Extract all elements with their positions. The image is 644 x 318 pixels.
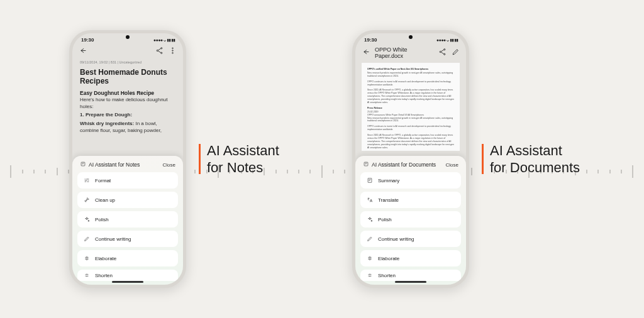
action-shorten[interactable]: Shorten [77,270,178,281]
ai-sheet-docs: AI Assistant for Documents Close Summary… [355,156,466,285]
action-label: Shorten [378,273,396,278]
action-label: Clean up [95,197,115,203]
action-summary[interactable]: Summary [360,172,461,189]
docs-screen: 19:30 ●●●● ⌵ ▮▮▮▮ OPPO White Paper.docx … [355,33,466,285]
action-label: Continue writing [378,236,414,242]
action-format[interactable]: Format [77,172,178,189]
expand-icon [367,255,373,261]
sheet-close-button[interactable]: Close [446,162,458,168]
home-indicator[interactable] [112,281,143,283]
caption-accent-bar [199,144,201,174]
action-polish[interactable]: Polish [360,211,461,228]
format-icon [84,177,90,184]
action-label: Elaborate [378,256,399,261]
docs-stage: 19:30 ●●●● ⌵ ▮▮▮▮ OPPO White Paper.docx … [352,30,644,288]
summary-icon [367,177,373,184]
sparkle-icon [363,161,369,168]
caption-line2: for Documents [490,159,580,177]
sheet-action-list: Format Clean up Polish Continue writing [77,172,178,281]
sheet-action-list: Summary Translate Polish Continue writin… [360,172,461,281]
sheet-header: AI Assistant for Documents Close [360,161,461,172]
action-shorten[interactable]: Shorten [360,270,461,281]
action-polish[interactable]: Polish [77,211,178,228]
broom-icon [84,197,90,203]
sparkles-icon [84,216,90,222]
action-label: Continue writing [95,236,131,242]
action-label: Polish [378,217,392,222]
action-continue[interactable]: Continue writing [77,231,178,247]
caption-notes: AI Assistant for Notes [199,142,279,177]
action-translate[interactable]: Translate [360,192,461,208]
translate-icon [367,197,373,203]
action-continue[interactable]: Continue writing [360,231,461,247]
collapse-icon [367,272,373,278]
pen-icon [367,236,373,242]
camera-notch [126,35,130,39]
action-label: Elaborate [95,256,116,261]
sheet-title: AI Assistant for Documents [372,162,436,168]
caption-accent-bar [482,144,484,174]
caption-docs: AI Assistant for Documents [482,142,580,177]
sheet-title: AI Assistant for Notes [89,162,140,168]
pen-icon [84,236,90,242]
notes-screen: 19:30 ●●●● ⌵ ▮▮▮▮ 09/11/2024, 19:02 | 83… [72,33,183,285]
action-label: Summary [378,178,399,184]
action-elaborate[interactable]: Elaborate [77,250,178,266]
notes-stage: 19:30 ●●●● ⌵ ▮▮▮▮ 09/11/2024, 19:02 | 83… [69,30,390,288]
action-cleanup[interactable]: Clean up [77,192,178,208]
action-label: Format [95,178,111,184]
action-label: Shorten [95,273,113,278]
sparkle-icon [80,161,86,168]
phone-mockup-notes: 19:30 ●●●● ⌵ ▮▮▮▮ 09/11/2024, 19:02 | 83… [69,30,186,288]
action-label: Translate [378,197,399,203]
sheet-header: AI Assistant for Notes Close [77,161,178,172]
action-elaborate[interactable]: Elaborate [360,250,461,266]
ai-sheet-notes: AI Assistant for Notes Close Format Clea… [72,156,183,285]
sparkles-icon [367,216,373,222]
phone-mockup-docs: 19:30 ●●●● ⌵ ▮▮▮▮ OPPO White Paper.docx … [352,30,469,288]
sheet-close-button[interactable]: Close [163,162,175,168]
svg-rect-11 [368,178,372,183]
collapse-icon [84,272,90,278]
expand-icon [84,255,90,261]
caption-line1: AI Assistant [207,142,279,160]
caption-line2: for Notes [207,159,279,177]
home-indicator[interactable] [395,281,426,283]
caption-line1: AI Assistant [490,142,580,160]
camera-notch [409,35,413,39]
action-label: Polish [95,217,109,222]
